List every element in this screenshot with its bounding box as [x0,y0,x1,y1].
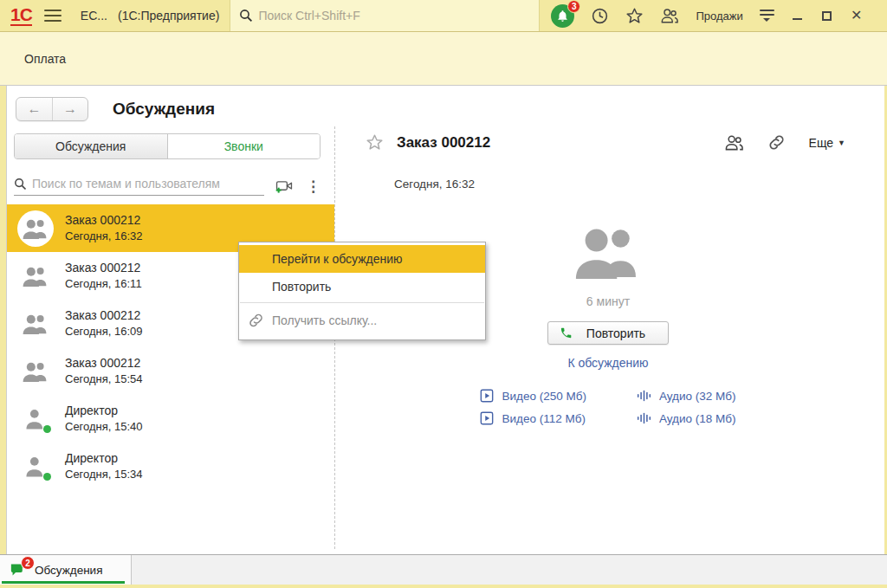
panel-search[interactable] [14,177,264,196]
phone-icon [560,326,573,339]
titlebar-icons: 3 Продажи [551,4,774,28]
status-bar: 2 Обсуждения [0,554,887,585]
back-button[interactable]: ← [16,98,52,120]
app-context: (1С:Предприятие) [118,9,219,23]
service-menu-button[interactable] [760,10,774,22]
status-tab-discussions[interactable]: 2 Обсуждения [0,555,132,585]
video-attachment-link[interactable]: Видео (112 Мб) [480,411,586,425]
window-tab-oplata[interactable]: Оплата [24,52,66,66]
main-area: ← → Обсуждения Обсуждения Звонки [0,86,887,554]
attachments: Видео (250 Мб) Аудио (32 Мб) Видео (112 … [480,389,735,425]
people-icon [660,7,679,24]
chevron-down-icon: ▼ [838,139,845,147]
repeat-call-label: Повторить [573,326,659,340]
link-icon [248,313,264,329]
close-button[interactable]: ✕ [842,3,871,29]
menu-item-get-link[interactable]: Получить ссылку... [239,305,485,336]
call-list-item[interactable]: Директор Сегодня, 15:40 [7,395,334,443]
more-button[interactable]: Еще ▼ [809,136,845,150]
notifications-button[interactable]: 3 [551,4,574,28]
close-icon: ✕ [851,9,862,23]
search-icon [14,178,27,191]
call-title: Директор [65,450,143,467]
video-play-icon [480,389,494,403]
detail-title: Заказ 000212 [397,134,490,152]
page-title: Обсуждения [113,100,215,119]
group-avatar-icon [17,258,54,294]
audio-attachment-link[interactable]: Аудио (18 Мб) [637,411,736,425]
call-title: Директор [65,403,143,419]
columns: Обсуждения Звонки ⋮ [7,126,884,554]
tab-calls[interactable]: Звонки [168,134,320,158]
video-attachment-link[interactable]: Видео (250 Мб) [480,389,586,403]
panel-tabs: Обсуждения Звонки [14,133,320,159]
group-avatar-icon [572,223,644,281]
star-icon[interactable] [366,133,384,152]
group-avatar-icon [17,210,54,247]
video-play-icon [480,411,494,425]
tab-discussions[interactable]: Обсуждения [15,134,168,158]
forward-button[interactable]: → [52,98,87,120]
audio-wave-icon [637,389,651,403]
call-time: Сегодня, 16:32 [65,229,143,244]
to-discussion-link[interactable]: К обсуждению [567,356,648,370]
app-title: ЕС... [81,9,107,23]
minimize-button[interactable] [783,3,813,29]
active-tab-underline [2,581,125,584]
logo-1c: 1С [10,5,32,26]
more-button-label: Еще [809,136,834,150]
call-duration: 6 минут [586,294,630,308]
global-search-input[interactable] [258,9,530,23]
history-button[interactable] [591,7,609,25]
service-menu-icon [760,10,774,22]
maximize-button[interactable] [813,3,842,29]
call-time: Сегодня, 16:11 [65,276,142,292]
call-title: Заказ 000212 [65,307,143,324]
titlebar: 1С ЕС... (1С:Предприятие) 3 Прод [0,0,887,32]
unread-badge: 2 [21,556,35,570]
repeat-call-button[interactable]: Повторить [547,321,669,345]
new-video-call-button[interactable] [275,178,294,194]
get-link-button[interactable] [767,133,786,152]
person-avatar-icon [17,449,54,485]
presence-dot [43,473,51,481]
call-list-item[interactable]: Заказ 000212 Сегодня, 15:54 [7,347,334,395]
collaboration-button[interactable] [660,7,679,24]
forward-arrow-icon: → [63,101,77,117]
call-title: Заказ 000212 [65,212,143,229]
minimize-icon [793,18,802,20]
group-avatar-icon [17,306,54,342]
search-icon [239,9,253,23]
link-icon [767,133,786,152]
global-search[interactable] [230,0,540,31]
section-label[interactable]: Продажи [696,10,742,23]
history-nav: ← → [16,97,88,121]
person-avatar-icon [17,401,54,437]
group-avatar-icon [17,353,54,390]
open-windows-bar: Оплата [0,32,887,86]
calls-panel: Обсуждения Звонки ⋮ [7,126,334,554]
maximize-icon [822,11,832,21]
call-detail-panel: Заказ 000212 Еще ▼ Сегодня, 1 [334,126,884,554]
kebab-icon[interactable]: ⋮ [306,179,320,194]
hamburger-icon[interactable] [44,10,62,22]
favorites-button[interactable] [625,7,644,25]
menu-item-repeat[interactable]: Повторить [239,273,485,300]
call-title: Заказ 000212 [65,260,142,276]
history-icon [591,7,609,25]
participants-button[interactable] [724,133,744,152]
context-menu: Перейти к обсуждению Повторить Получить … [238,242,486,340]
window-controls: ✕ [783,3,871,29]
menu-item-go-to-discussion[interactable]: Перейти к обсуждению [239,245,485,273]
audio-wave-icon [637,411,651,425]
frame-left [0,86,7,554]
people-icon [724,133,744,152]
panel-search-input[interactable] [32,177,264,191]
status-tab-label: Обсуждения [35,564,102,577]
call-list-item[interactable]: Директор Сегодня, 15:34 [7,443,334,490]
call-time: Сегодня, 15:34 [65,467,143,482]
call-time: Сегодня, 16:09 [65,324,143,339]
audio-attachment-link[interactable]: Аудио (32 Мб) [637,389,736,403]
content: ← → Обсуждения Обсуждения Звонки [7,86,884,554]
call-time: Сегодня, 15:54 [65,372,143,387]
